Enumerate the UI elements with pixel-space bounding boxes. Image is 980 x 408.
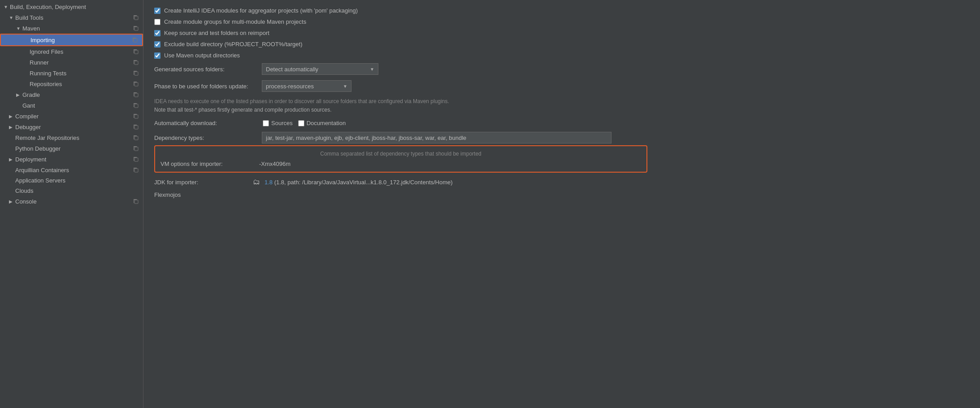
copy-icon[interactable] <box>132 80 139 87</box>
arrow-icon <box>16 92 22 97</box>
vm-options-input[interactable] <box>259 161 641 167</box>
sidebar-item-ignored-files[interactable]: Ignored Files <box>0 46 143 57</box>
svg-rect-1 <box>134 27 138 30</box>
sidebar-item-clouds[interactable]: Clouds <box>0 186 143 196</box>
sidebar-item-label: Importing <box>30 37 131 43</box>
copy-icon[interactable] <box>132 198 139 205</box>
copy-icon[interactable] <box>132 166 139 174</box>
jdk-row: JDK for importer: 🗂 1.8 (1.8, path: /Lib… <box>154 178 969 186</box>
svg-rect-13 <box>134 158 138 161</box>
sidebar-item-running-tests[interactable]: Running Tests <box>0 68 143 78</box>
checkbox-label-create-modules: Create IntelliJ IDEA modules for aggrega… <box>164 7 358 14</box>
arrow-icon <box>9 125 15 130</box>
sidebar: Build, Execution, DeploymentBuild ToolsM… <box>0 0 143 408</box>
sidebar-item-build-tools[interactable]: Build Tools <box>0 12 143 23</box>
auto-download-row: Automatically download: Sources Document… <box>154 120 969 126</box>
vm-options-section: Comma separated list of dependency types… <box>154 145 647 173</box>
comma-hint: Comma separated list of dependency types… <box>160 151 641 157</box>
sources-checkbox[interactable] <box>263 120 269 126</box>
phase-value: process-resources <box>266 83 340 90</box>
sidebar-item-label: Clouds <box>15 187 139 194</box>
copy-icon[interactable] <box>132 113 139 120</box>
copy-icon[interactable] <box>132 123 139 130</box>
sidebar-item-label: Runner <box>30 59 132 66</box>
sidebar-item-label: Compiler <box>15 113 132 120</box>
sidebar-item-gant[interactable]: Gant <box>0 100 143 111</box>
sidebar-item-runner[interactable]: Runner <box>0 57 143 68</box>
sidebar-item-label: Gradle <box>22 91 132 98</box>
checkbox-use-maven-output[interactable] <box>154 52 160 59</box>
sidebar-item-compiler[interactable]: Compiler <box>0 111 143 122</box>
generated-sources-dropdown[interactable]: Detect automatically ▼ <box>262 63 378 75</box>
generated-sources-value: Detect automatically <box>266 66 367 73</box>
sidebar-item-importing[interactable]: Importing <box>0 34 143 46</box>
generated-sources-row: Generated sources folders: Detect automa… <box>154 63 969 75</box>
checkbox-create-module-groups[interactable] <box>154 19 160 25</box>
option-row-exclude-build: Exclude build directory (%PROJECT_ROOT%/… <box>154 41 969 48</box>
checkbox-label-exclude-build: Exclude build directory (%PROJECT_ROOT%/… <box>164 41 302 48</box>
jdk-icon: 🗂 <box>253 178 260 186</box>
option-row-create-modules: Create IntelliJ IDEA modules for aggrega… <box>154 7 969 14</box>
arrow-icon <box>9 114 15 119</box>
option-row-keep-source: Keep source and test folders on reimport <box>154 30 969 36</box>
sidebar-item-label: Running Tests <box>30 70 132 77</box>
checkbox-create-modules[interactable] <box>154 8 160 14</box>
sidebar-item-label: Gant <box>22 102 132 109</box>
copy-icon[interactable] <box>132 102 139 109</box>
note-line2: Note that all test-* phases firstly gene… <box>154 107 332 113</box>
copy-icon[interactable] <box>132 91 139 98</box>
svg-rect-10 <box>134 126 138 129</box>
jdk-path: (1.8, path: /Library/Java/JavaVirtual...… <box>274 179 453 186</box>
phase-label: Phase to be used for folders update: <box>154 83 257 90</box>
sources-checkbox-item: Sources <box>263 120 293 126</box>
copy-icon[interactable] <box>132 59 139 66</box>
jdk-value: 1.8 (1.8, path: /Library/Java/JavaVirtua… <box>265 179 453 186</box>
checkbox-keep-source[interactable] <box>154 30 160 36</box>
jdk-version: 1.8 <box>265 179 273 186</box>
arrow-icon <box>4 4 10 9</box>
sidebar-item-application-servers[interactable]: Application Servers <box>0 175 143 186</box>
svg-rect-15 <box>134 200 138 204</box>
svg-rect-0 <box>134 16 138 20</box>
sidebar-item-remote-jar-repositories[interactable]: Remote Jar Repositories <box>0 132 143 143</box>
sidebar-item-build-execution-deployment[interactable]: Build, Execution, Deployment <box>0 2 143 12</box>
copy-icon[interactable] <box>131 36 139 43</box>
checkbox-label-keep-source: Keep source and test folders on reimport <box>164 30 269 36</box>
sidebar-item-python-debugger[interactable]: Python Debugger <box>0 143 143 154</box>
checkbox-label-use-maven-output: Use Maven output directories <box>164 52 240 59</box>
sources-label: Sources <box>271 120 293 126</box>
checkbox-exclude-build[interactable] <box>154 41 160 48</box>
copy-icon[interactable] <box>132 48 139 55</box>
dependency-types-input[interactable] <box>262 132 611 143</box>
dependency-types-row: Dependency types: <box>154 132 969 143</box>
sidebar-item-maven[interactable]: Maven <box>0 23 143 34</box>
option-row-use-maven-output: Use Maven output directories <box>154 52 969 59</box>
sidebar-item-console[interactable]: Console <box>0 196 143 207</box>
sidebar-item-gradle[interactable]: Gradle <box>0 89 143 100</box>
copy-icon[interactable] <box>132 134 139 141</box>
sidebar-item-deployment[interactable]: Deployment <box>0 154 143 165</box>
svg-rect-8 <box>134 104 138 108</box>
documentation-checkbox[interactable] <box>298 120 304 126</box>
main-content: Create IntelliJ IDEA modules for aggrega… <box>143 0 980 408</box>
flexmojos-row: Flexmojos <box>154 191 969 198</box>
copy-icon[interactable] <box>132 69 139 77</box>
sidebar-item-arquillian-containers[interactable]: Arquillian Containers <box>0 165 143 175</box>
copy-icon[interactable] <box>132 14 139 21</box>
sidebar-item-label: Deployment <box>15 156 132 163</box>
sidebar-item-label: Python Debugger <box>15 145 132 152</box>
svg-rect-7 <box>134 93 138 97</box>
option-row-create-module-groups: Create module groups for multi-module Ma… <box>154 18 969 25</box>
copy-icon[interactable] <box>132 25 139 32</box>
sidebar-item-repositories[interactable]: Repositories <box>0 78 143 89</box>
arrow-icon <box>9 15 15 20</box>
checkbox-label-create-module-groups: Create module groups for multi-module Ma… <box>164 18 306 25</box>
sidebar-item-label: Build Tools <box>15 14 132 21</box>
copy-icon[interactable] <box>132 145 139 152</box>
sidebar-item-label: Build, Execution, Deployment <box>10 4 139 10</box>
sidebar-item-debugger[interactable]: Debugger <box>0 122 143 132</box>
documentation-checkbox-item: Documentation <box>298 120 346 126</box>
svg-rect-9 <box>134 115 138 118</box>
copy-icon[interactable] <box>132 156 139 163</box>
phase-dropdown[interactable]: process-resources ▼ <box>262 80 351 92</box>
